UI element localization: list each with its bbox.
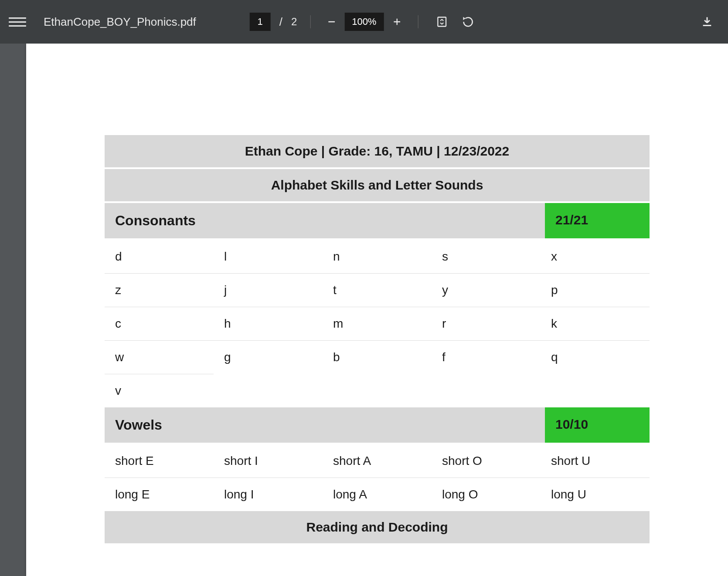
vowels-score: 10/10	[545, 407, 650, 443]
cell: v	[105, 374, 214, 407]
cell: l	[214, 240, 323, 273]
cell: q	[541, 341, 650, 374]
cell	[214, 374, 323, 407]
cell: t	[323, 274, 432, 307]
cell: long U	[541, 478, 650, 511]
consonants-label: Consonants	[105, 203, 545, 238]
cell: x	[541, 240, 650, 273]
cell: c	[105, 307, 214, 340]
pdf-viewport[interactable]: Ethan Cope | Grade: 16, TAMU | 12/23/202…	[0, 44, 728, 576]
page-separator: /	[279, 15, 282, 29]
cell: short E	[105, 444, 214, 478]
page-number-input[interactable]	[250, 13, 271, 31]
report-header: Ethan Cope | Grade: 16, TAMU | 12/23/202…	[105, 135, 650, 169]
zoom-out-button[interactable]	[323, 14, 339, 30]
cell: p	[541, 274, 650, 307]
section-title-reading: Reading and Decoding	[105, 511, 650, 543]
consonants-data: d l n s x z j t y p c h m r	[105, 240, 650, 407]
vowels-data: short E short I short A short O short U …	[105, 444, 650, 511]
cell: y	[432, 274, 541, 307]
cell: d	[105, 240, 214, 273]
consonants-section-header: Consonants 21/21	[105, 203, 650, 240]
cell: short U	[541, 444, 650, 478]
svg-rect-4	[703, 25, 711, 26]
cell: long A	[323, 478, 432, 511]
cell: short A	[323, 444, 432, 478]
vowels-label: Vowels	[105, 407, 545, 443]
cell: s	[432, 240, 541, 273]
cell: w	[105, 341, 214, 374]
menu-icon[interactable]	[9, 13, 26, 30]
toolbar-center: / 2	[250, 13, 479, 31]
zoom-in-button[interactable]	[389, 14, 405, 30]
table-row: d l n s x	[105, 240, 650, 274]
fit-to-page-icon[interactable]	[434, 14, 449, 30]
cell: long E	[105, 478, 214, 511]
table-row: z j t y p	[105, 274, 650, 307]
cell: k	[541, 307, 650, 340]
cell: short O	[432, 444, 541, 478]
cell: z	[105, 274, 214, 307]
table-row: v	[105, 374, 650, 407]
cell: m	[323, 307, 432, 340]
cell: short I	[214, 444, 323, 478]
section-title-alphabet: Alphabet Skills and Letter Sounds	[105, 169, 650, 203]
document-filename: EthanCope_BOY_Phonics.pdf	[44, 15, 196, 29]
cell: g	[214, 341, 323, 374]
cell: f	[432, 341, 541, 374]
report-table: Ethan Cope | Grade: 16, TAMU | 12/23/202…	[105, 135, 650, 543]
table-row: w g b f q	[105, 341, 650, 374]
cell	[541, 374, 650, 407]
cell: n	[323, 240, 432, 273]
toolbar-divider	[418, 15, 418, 28]
svg-rect-3	[438, 17, 446, 27]
pdf-toolbar: EthanCope_BOY_Phonics.pdf / 2	[0, 0, 728, 44]
cell	[323, 374, 432, 407]
toolbar-divider	[310, 15, 310, 28]
cell: j	[214, 274, 323, 307]
table-row: short E short I short A short O short U	[105, 444, 650, 478]
cell	[432, 374, 541, 407]
table-row: c h m r k	[105, 307, 650, 341]
cell: r	[432, 307, 541, 340]
cell: b	[323, 341, 432, 374]
cell: long O	[432, 478, 541, 511]
cell: long I	[214, 478, 323, 511]
pdf-page: Ethan Cope | Grade: 16, TAMU | 12/23/202…	[26, 44, 728, 576]
consonants-score: 21/21	[545, 203, 650, 238]
cell: h	[214, 307, 323, 340]
zoom-level-input[interactable]	[344, 13, 384, 31]
rotate-icon[interactable]	[460, 14, 476, 30]
page-total: 2	[291, 16, 297, 28]
table-row: long E long I long A long O long U	[105, 478, 650, 511]
download-icon[interactable]	[699, 14, 715, 30]
vowels-section-header: Vowels 10/10	[105, 407, 650, 444]
